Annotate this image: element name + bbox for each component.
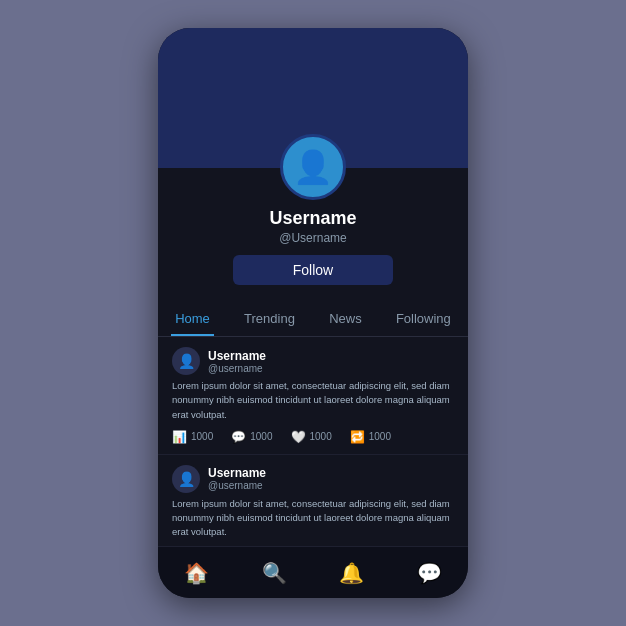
like-count: 1000 bbox=[310, 431, 332, 442]
post-user-info-1: Username @username bbox=[208, 349, 266, 374]
stat-retweet[interactable]: 🔁 1000 bbox=[350, 430, 391, 444]
tab-home[interactable]: Home bbox=[171, 303, 214, 336]
chart-count: 1000 bbox=[191, 431, 213, 442]
post-avatar-2: 👤 bbox=[172, 465, 200, 493]
profile-handle: @Username bbox=[279, 231, 347, 245]
retweet-count: 1000 bbox=[369, 431, 391, 442]
bottom-nav: 🏠 🔍 🔔 💬 bbox=[158, 546, 468, 598]
stat-like[interactable]: 🤍 1000 bbox=[291, 430, 332, 444]
stat-chart: 📊 1000 bbox=[172, 430, 213, 444]
post-card-1: 👤 Username @username Lorem ipsum dolor s… bbox=[158, 337, 468, 455]
post-handle-2: @username bbox=[208, 480, 266, 491]
heart-icon: 🤍 bbox=[291, 430, 306, 444]
tab-trending[interactable]: Trending bbox=[240, 303, 299, 336]
post-handle-1: @username bbox=[208, 363, 266, 374]
post-avatar-icon-1: 👤 bbox=[178, 353, 195, 369]
comment-count: 1000 bbox=[250, 431, 272, 442]
post-user-info-2: Username @username bbox=[208, 466, 266, 491]
post-user-row-2: 👤 Username @username bbox=[172, 465, 454, 493]
phone-frame: 👤 Username @Username Follow Home Trendin… bbox=[158, 28, 468, 598]
post-username-2: Username bbox=[208, 466, 266, 480]
nav-tabs: Home Trending News Following bbox=[158, 303, 468, 337]
post-card-2: 👤 Username @username Lorem ipsum dolor s… bbox=[158, 455, 468, 546]
post-text-2: Lorem ipsum dolor sit amet, consectetuar… bbox=[172, 497, 454, 540]
tab-following[interactable]: Following bbox=[392, 303, 455, 336]
profile-username: Username bbox=[269, 208, 356, 229]
stat-comment[interactable]: 💬 1000 bbox=[231, 430, 272, 444]
avatar-icon: 👤 bbox=[293, 151, 333, 183]
post-avatar-1: 👤 bbox=[172, 347, 200, 375]
avatar: 👤 bbox=[280, 134, 346, 200]
feed: 👤 Username @username Lorem ipsum dolor s… bbox=[158, 337, 468, 546]
tab-news[interactable]: News bbox=[325, 303, 366, 336]
post-username-1: Username bbox=[208, 349, 266, 363]
post-user-row-1: 👤 Username @username bbox=[172, 347, 454, 375]
post-stats-1: 📊 1000 💬 1000 🤍 1000 🔁 1000 bbox=[172, 430, 454, 444]
comment-icon: 💬 bbox=[231, 430, 246, 444]
nav-home[interactable]: 🏠 bbox=[177, 553, 217, 593]
nav-search[interactable]: 🔍 bbox=[254, 553, 294, 593]
nav-notifications[interactable]: 🔔 bbox=[332, 553, 372, 593]
post-text-1: Lorem ipsum dolor sit amet, consectetuar… bbox=[172, 379, 454, 422]
retweet-icon: 🔁 bbox=[350, 430, 365, 444]
chart-icon: 📊 bbox=[172, 430, 187, 444]
follow-button[interactable]: Follow bbox=[233, 255, 393, 285]
profile-header: 👤 bbox=[158, 28, 468, 168]
post-avatar-icon-2: 👤 bbox=[178, 471, 195, 487]
nav-messages[interactable]: 💬 bbox=[409, 553, 449, 593]
